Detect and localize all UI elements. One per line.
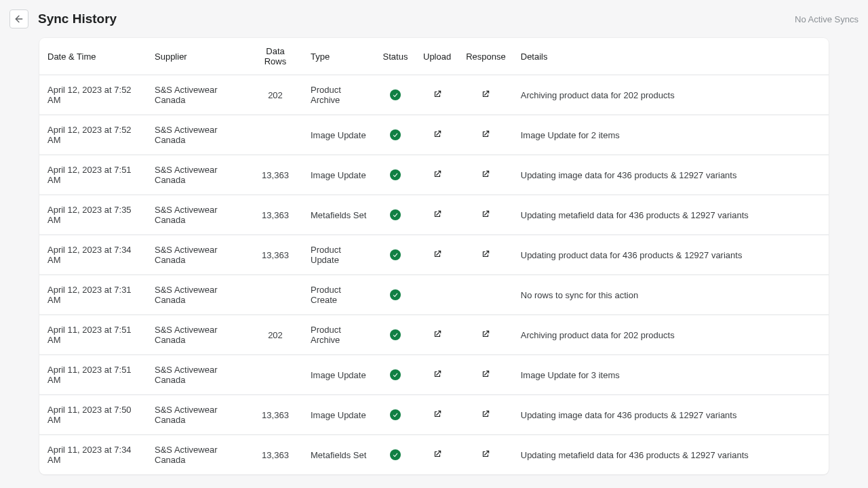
cell-datetime: April 11, 2023 at 7:50 AM	[39, 395, 146, 435]
response-link-icon[interactable]	[480, 129, 491, 140]
back-button[interactable]	[9, 9, 28, 28]
check-circle-icon	[390, 169, 401, 180]
upload-link-icon[interactable]	[432, 449, 443, 460]
cell-upload	[415, 115, 458, 155]
cell-type: Product Update	[302, 235, 374, 275]
col-header-details: Details	[513, 38, 829, 75]
cell-upload	[415, 355, 458, 395]
arrow-left-icon	[14, 14, 24, 24]
cell-datetime: April 12, 2023 at 7:52 AM	[39, 75, 146, 115]
check-circle-icon	[390, 209, 401, 220]
cell-upload	[415, 75, 458, 115]
page-header: Sync History No Active Syncs	[0, 9, 868, 38]
cell-status	[374, 235, 415, 275]
page-title: Sync History	[38, 12, 117, 26]
check-circle-icon	[390, 89, 401, 100]
cell-supplier: S&S Activewear Canada	[146, 315, 247, 355]
table-row: April 12, 2023 at 7:52 AMS&S Activewear …	[39, 75, 829, 115]
cell-status	[374, 395, 415, 435]
cell-rows: 13,363	[247, 195, 302, 235]
response-link-icon[interactable]	[480, 329, 491, 340]
check-circle-icon	[390, 289, 401, 300]
cell-rows: 13,363	[247, 155, 302, 195]
cell-status	[374, 115, 415, 155]
col-header-rows: Data Rows	[247, 38, 302, 75]
upload-link-icon[interactable]	[432, 209, 443, 220]
table-row: April 12, 2023 at 7:51 AMS&S Activewear …	[39, 155, 829, 195]
cell-status	[374, 75, 415, 115]
cell-status	[374, 355, 415, 395]
upload-link-icon[interactable]	[432, 89, 443, 100]
cell-rows: 202	[247, 75, 302, 115]
response-link-icon[interactable]	[480, 249, 491, 260]
cell-details: No rows to sync for this action	[513, 275, 829, 315]
col-header-status: Status	[374, 38, 415, 75]
sync-status-text: No Active Syncs	[795, 14, 859, 24]
cell-type: Product Archive	[302, 315, 374, 355]
response-link-icon[interactable]	[480, 369, 491, 380]
cell-datetime: April 11, 2023 at 7:51 AM	[39, 355, 146, 395]
cell-details: Updating product data for 436 products &…	[513, 235, 829, 275]
cell-type: Image Update	[302, 155, 374, 195]
cell-response	[458, 435, 513, 475]
cell-response	[458, 75, 513, 115]
cell-supplier: S&S Activewear Canada	[146, 115, 247, 155]
cell-upload	[415, 155, 458, 195]
cell-supplier: S&S Activewear Canada	[146, 155, 247, 195]
cell-details: Image Update for 2 items	[513, 115, 829, 155]
cell-response	[458, 235, 513, 275]
check-circle-icon	[390, 369, 401, 380]
cell-datetime: April 11, 2023 at 7:34 AM	[39, 435, 146, 475]
cell-type: Metafields Set	[302, 435, 374, 475]
cell-details: Updating metafield data for 436 products…	[513, 195, 829, 235]
table-row: April 12, 2023 at 7:35 AMS&S Activewear …	[39, 195, 829, 235]
cell-type: Metafields Set	[302, 195, 374, 235]
cell-upload	[415, 315, 458, 355]
cell-rows	[247, 355, 302, 395]
cell-status	[374, 195, 415, 235]
cell-status	[374, 275, 415, 315]
check-circle-icon	[390, 329, 401, 340]
cell-response	[458, 195, 513, 235]
upload-link-icon[interactable]	[432, 329, 443, 340]
table-row: April 12, 2023 at 7:34 AMS&S Activewear …	[39, 235, 829, 275]
cell-datetime: April 11, 2023 at 7:51 AM	[39, 315, 146, 355]
response-link-icon[interactable]	[480, 409, 491, 420]
cell-supplier: S&S Activewear Canada	[146, 275, 247, 315]
cell-status	[374, 155, 415, 195]
check-circle-icon	[390, 449, 401, 460]
cell-type: Product Archive	[302, 75, 374, 115]
cell-details: Updating image data for 436 products & 1…	[513, 395, 829, 435]
upload-link-icon[interactable]	[432, 129, 443, 140]
cell-supplier: S&S Activewear Canada	[146, 395, 247, 435]
cell-details: Updating metafield data for 436 products…	[513, 435, 829, 475]
cell-upload	[415, 435, 458, 475]
cell-datetime: April 12, 2023 at 7:34 AM	[39, 235, 146, 275]
cell-type: Image Update	[302, 115, 374, 155]
cell-rows: 13,363	[247, 435, 302, 475]
col-header-datetime: Date & Time	[39, 38, 146, 75]
cell-rows: 202	[247, 315, 302, 355]
cell-datetime: April 12, 2023 at 7:51 AM	[39, 155, 146, 195]
col-header-type: Type	[302, 38, 374, 75]
upload-link-icon[interactable]	[432, 249, 443, 260]
cell-response	[458, 315, 513, 355]
table-row: April 11, 2023 at 7:50 AMS&S Activewear …	[39, 395, 829, 435]
cell-type: Product Create	[302, 275, 374, 315]
table-row: April 11, 2023 at 7:34 AMS&S Activewear …	[39, 435, 829, 475]
upload-link-icon[interactable]	[432, 409, 443, 420]
response-link-icon[interactable]	[480, 89, 491, 100]
cell-supplier: S&S Activewear Canada	[146, 195, 247, 235]
cell-details: Archiving product data for 202 products	[513, 75, 829, 115]
cell-response	[458, 155, 513, 195]
cell-type: Image Update	[302, 395, 374, 435]
response-link-icon[interactable]	[480, 169, 491, 180]
cell-upload	[415, 395, 458, 435]
table-row: April 12, 2023 at 7:52 AMS&S Activewear …	[39, 115, 829, 155]
response-link-icon[interactable]	[480, 209, 491, 220]
upload-link-icon[interactable]	[432, 369, 443, 380]
response-link-icon[interactable]	[480, 449, 491, 460]
upload-link-icon[interactable]	[432, 169, 443, 180]
col-header-response: Response	[458, 38, 513, 75]
col-header-supplier: Supplier	[146, 38, 247, 75]
